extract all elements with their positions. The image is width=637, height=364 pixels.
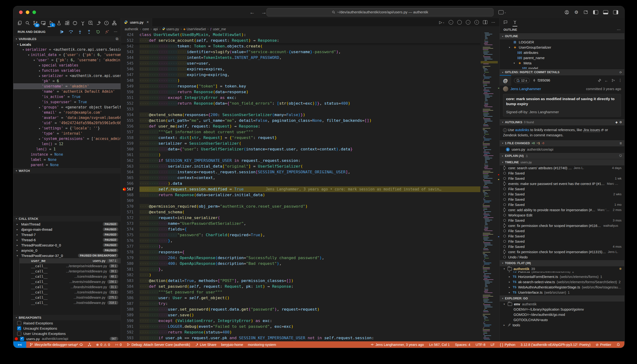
back-icon[interactable]: ←: [604, 78, 608, 82]
code-line[interactable]: 568········return Response(data=serializ…: [121, 192, 480, 198]
files-icon[interactable]: [16, 19, 23, 27]
code-line[interactable]: 545····················user=user,: [121, 60, 480, 66]
timeline-item[interactable]: File Saved4 mos: [500, 244, 624, 249]
timeline-item[interactable]: File Saved: [500, 171, 624, 176]
debug-step-into-icon[interactable]: [78, 29, 82, 34]
timeline-item[interactable]: File Saved3 mos: [500, 218, 624, 223]
refresh-icon[interactable]: ⟳: [620, 70, 622, 74]
code-line[interactable]: 548················): [121, 78, 480, 84]
code-line[interactable]: 587········try:: [121, 301, 480, 306]
info-icon[interactable]: i: [474, 20, 479, 24]
code-line[interactable]: 583····@action(detail=True, methods=["PO…: [121, 278, 480, 284]
github-icon[interactable]: [72, 19, 78, 27]
stack-frame[interactable]: user_meusers.py567:1: [19, 258, 121, 264]
code-line[interactable]: 552················return Response(data=…: [121, 100, 480, 106]
variable-row[interactable]: instance = None: [13, 152, 121, 157]
stack-frame[interactable]: __call__.../events/middleware.py156:1: [19, 279, 121, 284]
gitlens-revision-icon[interactable]: [457, 20, 462, 24]
outline-item[interactable]: ▤LOGGER: [500, 39, 624, 44]
code-line[interactable]: 582····): [121, 272, 480, 278]
command-center[interactable]: ~/dev/authentik/authentik/core/api/users…: [266, 8, 494, 16]
timeline-item[interactable]: core: add ability to provide reason for …: [500, 208, 624, 213]
code-line[interactable]: 554····@extend_schema(responses={200: Se…: [121, 112, 480, 118]
code-line[interactable]: 543····················identifier=slugif…: [121, 49, 480, 55]
stack-frame[interactable]: __call__.../enterprise/middleware.py39:1: [19, 264, 121, 269]
account-icon[interactable]: [564, 10, 569, 15]
code-line[interactable]: 558········context: dict[str, Request] =…: [121, 135, 480, 141]
live-share-icon[interactable]: [95, 19, 102, 27]
status-item[interactable]: [616, 343, 620, 346]
extensions-icon[interactable]: [64, 19, 70, 27]
gitlens-section-header[interactable]: ▾GITLENS: INSPECT: COMMIT DETAILS⟳: [500, 69, 624, 75]
remote-indicator[interactable]: ><: [13, 341, 26, 348]
call-stack-thread[interactable]: ▸django-main-threadPAUSED: [13, 227, 121, 232]
debug-disconnect-icon[interactable]: [105, 29, 110, 34]
variable-row[interactable]: len() = 12: [13, 141, 121, 146]
variable-row[interactable]: len() = 1: [13, 146, 121, 152]
gitlens-changes-pill[interactable]: 12 ±: [514, 78, 530, 83]
code-line[interactable]: 563············serializer.initial_data["…: [121, 164, 480, 169]
todo-file-row[interactable]: ▸TSForm.ts(web/src/elements/forms)1: [500, 272, 624, 274]
call-stack-thread[interactable]: ▸asyncio_0PAUSED: [13, 248, 121, 253]
status-item[interactable]: Jens Langhammer, 3 years ago: [370, 343, 424, 346]
customize-layout-icon[interactable]: [583, 10, 588, 14]
variable-row[interactable]: 'email' = 'root@example.com': [13, 110, 121, 115]
outline-item[interactable]: [@]attributes: [500, 50, 624, 55]
stack-frame[interactable]: __call__.../core/middleware.py71:1: [19, 290, 121, 295]
code-line[interactable]: 588············user.set_password(request…: [121, 306, 480, 312]
code-line[interactable]: 566············).data: [121, 181, 480, 186]
code-line[interactable]: 570····@permission_required(obj_perm="au…: [121, 204, 480, 209]
settings-gear-icon[interactable]: ⚙: [574, 10, 578, 15]
status-item[interactable]: Live Share: [195, 343, 216, 346]
go-env-row[interactable]: ▾ env authentik: [500, 302, 624, 307]
changed-file-row[interactable]: ± users.py authentik/core/api: [500, 146, 624, 152]
breadcrumb-item[interactable]: users.py: [162, 27, 179, 31]
call-stack-thread[interactable]: ▸Thread-6PAUSED: [13, 237, 121, 242]
code-line[interactable]: 557········"""Get information about curr…: [121, 129, 480, 135]
gitlens-logo-tab[interactable]: @: [500, 75, 511, 86]
variable-row[interactable]: ▸function variables: [13, 68, 121, 73]
autolinks-section-header[interactable]: ▾AUTOLINKS0 found◆⚙: [500, 119, 624, 126]
timeline-item[interactable]: core: fix permission check for scoped im…: [500, 223, 624, 228]
gitlens-prev-revision-icon[interactable]: ←: [449, 20, 453, 24]
explain-ai-section-header[interactable]: ▸EXPLAIN (AI) 🗨: [500, 152, 624, 159]
kebab-menu-icon[interactable]: ⋮: [618, 78, 622, 82]
open-panel-icon[interactable]: ⧉: [116, 37, 118, 41]
window-layout-button[interactable]: ⌄: [498, 10, 506, 14]
breakpoint-row[interactable]: Uncaught Exceptions: [13, 326, 121, 331]
breakpoint-row[interactable]: User Uncaught Exceptions: [13, 331, 121, 336]
status-item[interactable]: 0: [115, 343, 122, 346]
code-line[interactable]: 577········),: [121, 244, 480, 249]
jira-issues-link[interactable]: Jira issues: [583, 128, 600, 132]
debug-continue-icon[interactable]: [59, 29, 64, 34]
breakpoints-section-header[interactable]: ▾BREAKPOINTS: [13, 314, 121, 320]
run-python-file-icon[interactable]: ▷⌄: [439, 20, 444, 24]
stack-frame[interactable]: __call__.../brands/middleware.py31:1: [19, 284, 121, 290]
timeline-item[interactable]: core: fix permission check for scoped im…: [500, 249, 624, 254]
variable-row[interactable]: 'avatar' = 'data:image/svg+xml;base64,PH…: [13, 115, 121, 120]
code-line[interactable]: 576············},: [121, 238, 480, 244]
outline-item[interactable]: [@]model: [500, 66, 624, 69]
status-item[interactable]: 3.12.8 ('authentik-xEAhpGPh-py3.12': Poe…: [521, 343, 590, 346]
files-changed-section-header[interactable]: ▾1 FILE CHANGED+0~1-0≣: [500, 140, 624, 146]
timeline-item[interactable]: events: make sure password set event has…: [500, 181, 624, 186]
more-actions-icon[interactable]: ⋯: [114, 30, 117, 34]
code-line[interactable]: 569: [121, 198, 480, 204]
variable-row[interactable]: parent = None: [13, 162, 121, 168]
status-item[interactable]: [88, 343, 91, 346]
autolinks-settings-icon[interactable]: ⚙: [619, 120, 622, 124]
code-line[interactable]: 578········responses={: [121, 249, 480, 255]
outline-item[interactable]: ▾◈UserGroupSerializer: [500, 44, 624, 50]
call-stack-thread[interactable]: ▸ThreadPoolExecutor-0_0PAUSED: [13, 242, 121, 248]
toggle-primary-sidebar-icon[interactable]: [593, 10, 598, 14]
outline-tab-icon[interactable]: [512, 18, 517, 26]
status-item[interactable]: LF: [490, 343, 495, 346]
call-stack-thread[interactable]: ▸MainThreadPAUSED: [13, 222, 121, 227]
autolinks-add-icon[interactable]: ◆: [615, 120, 618, 124]
status-item[interactable]: UTF-8: [476, 343, 486, 346]
breadcrumb-item[interactable]: authentik: [125, 27, 138, 31]
timeline-item[interactable]: File Saved: [500, 228, 624, 234]
testing-icon[interactable]: [56, 19, 62, 27]
organization-icon[interactable]: [111, 19, 118, 27]
toggle-secondary-sidebar-icon[interactable]: [613, 10, 618, 14]
